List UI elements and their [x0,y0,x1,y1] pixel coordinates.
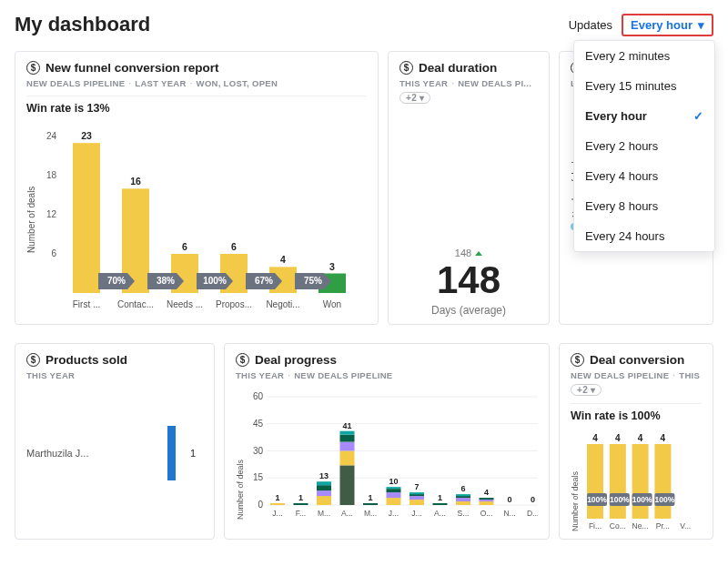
product-row: Marthuzila J... 1 [26,426,203,480]
card-title: Products sold [46,353,127,367]
check-icon: ✓ [693,109,703,123]
svg-text:4: 4 [484,488,489,497]
svg-text:Needs ...: Needs ... [167,299,203,309]
updates-control: Updates Every hour ▾ [569,14,713,36]
svg-text:A...: A... [434,509,446,518]
product-label: Marthuzila J... [26,448,90,459]
svg-rect-66 [317,490,331,496]
svg-text:18: 18 [46,170,57,180]
svg-text:Ne...: Ne... [632,521,649,531]
svg-text:12: 12 [46,209,57,219]
conversion-chart: 4Fi...4Co...4Ne...4Pr...V...100%100%100%… [580,431,698,531]
chevron-down-icon: ▾ [591,385,595,395]
svg-rect-67 [317,485,331,490]
svg-rect-93 [433,503,448,505]
trend-up-icon [475,251,482,256]
svg-text:J...: J... [272,509,282,518]
card-filters: THIS YEAR· NEW DEALS PI... +2 ▾ [399,78,538,104]
card-filters: NEW DEALS PIPELINE· THIS +2 ▾ [571,370,702,396]
svg-rect-75 [340,431,355,435]
frequency-dropdown-button[interactable]: Every hour ▾ [622,14,713,36]
product-value: 1 [190,448,196,459]
card-title: New funnel conversion report [46,61,219,75]
svg-rect-117 [632,444,649,519]
svg-text:4: 4 [592,433,598,443]
dropdown-option[interactable]: Every 2 minutes [574,41,714,71]
svg-text:38%: 38% [157,276,175,286]
svg-text:70%: 70% [107,276,126,286]
svg-rect-97 [456,498,470,501]
svg-rect-65 [317,496,331,505]
svg-text:4: 4 [638,433,643,443]
card-funnel-conversion: $ New funnel conversion report NEW DEALS… [15,51,379,325]
svg-text:23: 23 [81,130,92,141]
svg-rect-88 [410,496,424,500]
svg-text:First ...: First ... [73,299,101,309]
metric-label: Days (average) [399,304,538,317]
dropdown-option[interactable]: Every 8 hours [574,191,714,221]
svg-rect-90 [410,492,424,494]
metric-value: 148 [399,258,538,302]
svg-text:0: 0 [258,500,263,510]
svg-text:41: 41 [342,421,351,430]
svg-rect-96 [456,501,470,505]
svg-rect-59 [270,503,285,505]
dollar-icon: $ [26,353,40,367]
svg-rect-120 [654,444,671,519]
svg-rect-4 [73,143,100,293]
svg-text:Won: Won [323,299,341,309]
svg-text:J...: J... [389,509,399,518]
svg-text:0: 0 [531,495,535,504]
svg-rect-78 [363,503,378,505]
card-products-sold: $ Products sold THIS YEAR Marthuzila J..… [15,343,215,540]
dropdown-option[interactable]: Every 15 minutes [574,71,714,101]
svg-text:6: 6 [182,241,187,252]
svg-text:100%: 100% [203,276,227,286]
svg-text:J...: J... [411,509,421,518]
frequency-dropdown[interactable]: Every 2 minutesEvery 15 minutesEvery hou… [573,40,715,252]
svg-text:100%: 100% [632,495,652,504]
product-bar [167,426,176,480]
dropdown-option[interactable]: Every 24 hours [574,221,714,251]
svg-text:N...: N... [503,509,515,518]
svg-text:6: 6 [460,484,465,493]
svg-rect-81 [387,498,401,505]
y-axis-label: Number of deals [571,431,580,531]
card-filters: NEW DEALS PIPELINE· LAST YEAR· WON, LOST… [26,78,367,88]
svg-text:45: 45 [253,419,264,429]
page-title: My dashboard [15,13,150,36]
funnel-chart: 241812623First ...16Contac...6Needs ...6… [36,124,364,315]
svg-rect-62 [294,503,308,505]
card-deal-progress: $ Deal progress THIS YEAR· NEW DEALS PIP… [224,343,550,540]
svg-rect-72 [340,451,355,466]
svg-text:D...: D... [527,509,538,518]
svg-text:4: 4 [280,254,286,265]
svg-rect-99 [456,494,470,496]
svg-rect-83 [387,489,401,492]
chevron-down-icon: ▾ [420,93,424,103]
svg-text:M...: M... [364,509,377,518]
dropdown-option[interactable]: Every hour✓ [574,101,714,131]
svg-text:1: 1 [368,493,372,502]
win-rate: Win rate is 13% [26,96,367,124]
svg-text:13: 13 [319,471,329,480]
filter-badge[interactable]: +2 ▾ [399,92,430,104]
svg-rect-71 [340,465,355,505]
svg-text:4: 4 [661,433,666,443]
svg-text:Fi...: Fi... [589,521,602,531]
svg-text:0: 0 [507,495,511,504]
svg-text:6: 6 [51,248,56,258]
dropdown-option[interactable]: Every 2 hours [574,131,714,161]
svg-text:60: 60 [253,391,264,401]
svg-text:100%: 100% [655,495,675,504]
svg-text:Negoti...: Negoti... [266,299,299,309]
svg-text:S...: S... [458,509,470,518]
filter-badge[interactable]: +2 ▾ [571,384,602,396]
svg-rect-82 [387,492,401,498]
svg-text:F...: F... [296,509,306,518]
svg-text:Pr...: Pr... [656,521,670,531]
dropdown-option[interactable]: Every 4 hours [574,161,714,191]
svg-rect-111 [587,444,603,519]
svg-rect-68 [317,481,331,485]
svg-rect-74 [340,435,355,442]
